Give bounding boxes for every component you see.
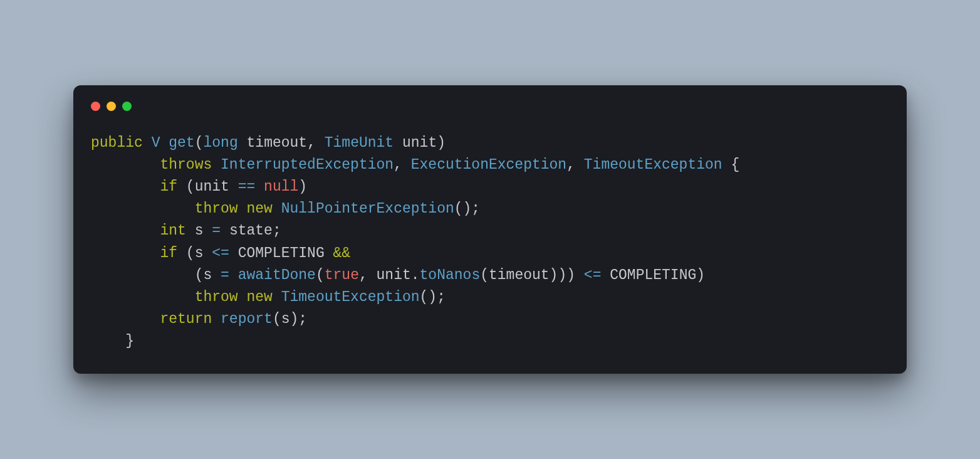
code-token: throw bbox=[195, 201, 238, 217]
code-token bbox=[91, 223, 160, 239]
code-line: throw new NullPointerException(); bbox=[91, 201, 480, 217]
code-token: true bbox=[325, 267, 359, 283]
code-token: COMPLETING bbox=[229, 245, 333, 261]
code-token: (timeout))) bbox=[480, 267, 584, 283]
code-token bbox=[238, 201, 247, 217]
editor-window: public V get(long timeout, TimeUnit unit… bbox=[73, 85, 907, 374]
code-token bbox=[91, 245, 160, 261]
window-controls bbox=[91, 102, 889, 111]
code-token: (s); bbox=[273, 311, 307, 327]
code-token bbox=[91, 157, 160, 173]
code-token: new bbox=[246, 289, 272, 305]
code-line: if (unit == null) bbox=[91, 179, 307, 195]
code-token: TimeoutException bbox=[584, 157, 722, 173]
code-token bbox=[143, 135, 152, 151]
code-token: <= bbox=[584, 267, 602, 283]
code-token: (unit bbox=[177, 179, 238, 195]
code-token bbox=[212, 157, 221, 173]
code-token: null bbox=[264, 179, 298, 195]
code-token: TimeoutException bbox=[281, 289, 420, 305]
code-token bbox=[273, 289, 281, 305]
code-token: (s bbox=[177, 245, 212, 261]
code-token: (s bbox=[91, 267, 221, 283]
code-token: public bbox=[91, 135, 143, 151]
code-token: state; bbox=[221, 223, 281, 239]
code-line: throws InterruptedException, ExecutionEx… bbox=[91, 157, 739, 173]
code-token bbox=[91, 311, 160, 327]
code-token: throws bbox=[160, 157, 212, 173]
code-token bbox=[273, 201, 281, 217]
code-token: ) bbox=[298, 179, 307, 195]
code-token: , bbox=[394, 157, 411, 173]
code-token: ExecutionException bbox=[411, 157, 566, 173]
code-token: unit) bbox=[394, 135, 446, 151]
code-token: V bbox=[152, 135, 160, 151]
code-token bbox=[229, 267, 238, 283]
minimize-icon[interactable] bbox=[107, 102, 116, 111]
code-token: ( bbox=[195, 135, 204, 151]
code-token: report bbox=[221, 311, 273, 327]
code-token: COMPLETING) bbox=[601, 267, 705, 283]
code-token: timeout, bbox=[238, 135, 325, 151]
code-token bbox=[255, 179, 264, 195]
code-token: && bbox=[333, 245, 351, 261]
code-token: get bbox=[169, 135, 194, 151]
code-token bbox=[212, 311, 221, 327]
code-token: if bbox=[160, 245, 177, 261]
code-token: int bbox=[160, 223, 185, 239]
code-token: , bbox=[566, 157, 584, 173]
code-token: toNanos bbox=[420, 267, 481, 283]
code-token bbox=[238, 289, 247, 305]
code-line: if (s <= COMPLETING && bbox=[91, 245, 350, 261]
code-token: , unit. bbox=[359, 267, 420, 283]
code-token: if bbox=[160, 179, 177, 195]
stage: public V get(long timeout, TimeUnit unit… bbox=[0, 0, 980, 459]
code-line: (s = awaitDone(true, unit.toNanos(timeou… bbox=[91, 267, 705, 283]
code-line: return report(s); bbox=[91, 311, 307, 327]
code-token: } bbox=[91, 333, 134, 349]
code-token: = bbox=[221, 267, 229, 283]
code-token: TimeUnit bbox=[325, 135, 394, 151]
code-token bbox=[91, 179, 160, 195]
code-line: int s = state; bbox=[91, 223, 281, 239]
code-line: throw new TimeoutException(); bbox=[91, 289, 446, 305]
code-token: return bbox=[160, 311, 212, 327]
code-token bbox=[160, 135, 169, 151]
code-token: (); bbox=[454, 201, 480, 217]
code-token bbox=[91, 289, 195, 305]
code-token: == bbox=[238, 179, 256, 195]
code-token bbox=[91, 201, 195, 217]
code-token: awaitDone bbox=[238, 267, 316, 283]
code-token: throw bbox=[195, 289, 238, 305]
code-token: <= bbox=[212, 245, 229, 261]
code-line: public V get(long timeout, TimeUnit unit… bbox=[91, 135, 446, 151]
code-token: NullPointerException bbox=[281, 201, 454, 217]
code-token: s bbox=[186, 223, 212, 239]
maximize-icon[interactable] bbox=[122, 102, 132, 111]
code-token: = bbox=[212, 223, 221, 239]
code-token: InterruptedException bbox=[221, 157, 394, 173]
close-icon[interactable] bbox=[91, 102, 100, 111]
code-block: public V get(long timeout, TimeUnit unit… bbox=[91, 132, 889, 353]
code-token: { bbox=[722, 157, 740, 173]
code-token: long bbox=[204, 135, 238, 151]
code-token: ( bbox=[316, 267, 325, 283]
code-token: new bbox=[246, 201, 272, 217]
code-token: (); bbox=[420, 289, 446, 305]
code-line: } bbox=[91, 333, 134, 349]
